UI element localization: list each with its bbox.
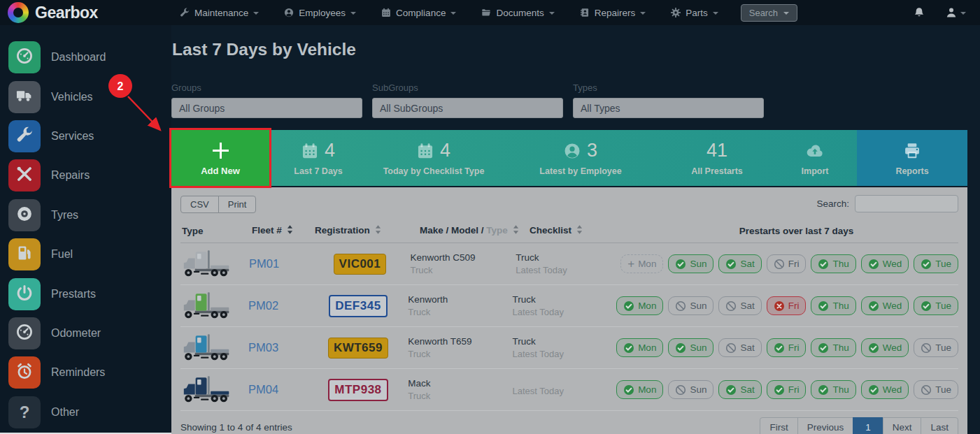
day-badge-thu[interactable]: Thu (811, 254, 855, 273)
sidebar-item-vehicles[interactable]: Vehicles (0, 77, 171, 116)
page-button-previous[interactable]: Previous (797, 417, 854, 434)
day-badge-wed[interactable]: Wed (861, 296, 909, 315)
gauge-icon (16, 48, 33, 67)
slash-circle-icon (725, 342, 737, 354)
page-button-last[interactable]: Last (921, 417, 958, 434)
day-badge-thu[interactable]: Thu (811, 380, 855, 399)
day-badge-mon[interactable]: Mon (616, 338, 663, 357)
day-badge-sat[interactable]: Sat (718, 338, 761, 357)
top-nav: Gearbox MaintenanceEmployeesComplianceDo… (0, 0, 980, 25)
day-badge-tue[interactable]: Tue (914, 380, 958, 399)
tab-add-new[interactable]: Add New (171, 130, 269, 186)
gearbox-logo-icon (8, 2, 29, 23)
page-button-1[interactable]: 1 (853, 417, 883, 434)
day-badge-sun[interactable]: Sun (668, 338, 713, 357)
day-badge-fri[interactable]: Fri (767, 380, 807, 399)
day-badge-thu[interactable]: Thu (811, 296, 855, 315)
nav-item-maintenance[interactable]: Maintenance (180, 8, 259, 18)
fleet-link[interactable]: PM01 (249, 257, 279, 270)
sidebar-item-services[interactable]: Services (0, 117, 171, 156)
nav-item-employees[interactable]: Employees (284, 8, 356, 18)
filter-subgroups: SubGroups All SubGroups (372, 82, 563, 118)
fleet-link[interactable]: PM04 (248, 383, 278, 396)
day-badge-tue[interactable]: Tue (914, 338, 958, 357)
truck-icon (182, 292, 242, 320)
day-badge-sat[interactable]: Sat (718, 296, 761, 315)
csv-button[interactable]: CSV (180, 196, 219, 213)
table-search-label: Search: (816, 198, 849, 209)
check-circle-icon (774, 342, 785, 354)
column-prestarts: Prestarts over last 7 days (634, 226, 958, 236)
day-badge-mon[interactable]: Mon (616, 296, 663, 315)
vehicle-type-cell (180, 250, 249, 278)
sidebar-item-repairs[interactable]: Repairs (0, 156, 171, 195)
nav-item-parts[interactable]: Parts (671, 8, 718, 18)
sidebar-item-fuel[interactable]: Fuel (0, 235, 171, 274)
day-badge-fri[interactable]: Fri (767, 338, 807, 357)
sidebar-item-other[interactable]: ? Other (0, 393, 171, 432)
page-button-first[interactable]: First (760, 417, 797, 434)
user-menu-icon[interactable] (946, 7, 966, 18)
day-badge-tue[interactable]: Tue (914, 296, 958, 315)
day-badge-sun[interactable]: Sun (668, 380, 713, 399)
truck-icon (182, 334, 242, 362)
nav-item-compliance[interactable]: Compliance (381, 8, 456, 18)
day-badge-sun[interactable]: Sun (668, 254, 713, 273)
nav-item-documents[interactable]: Documents (481, 8, 554, 18)
column-checklist[interactable]: Checklist (530, 225, 634, 236)
nav-search-button[interactable]: Search (741, 4, 797, 22)
tab-reports[interactable]: Reports (857, 130, 967, 186)
tab-latest-by-employee[interactable]: 3 Latest by Employee (500, 130, 661, 186)
vehicle-type-cell (180, 334, 248, 362)
table-search-input[interactable] (855, 195, 958, 212)
tab-all-prestarts[interactable]: 41 All Prestarts (661, 130, 773, 186)
sidebar-item-prestarts[interactable]: Prestarts (0, 274, 171, 313)
day-badge-wed[interactable]: Wed (861, 254, 909, 273)
filter-label: Groups (171, 82, 362, 93)
column-make-model[interactable]: Make / Model / Type (420, 225, 530, 236)
folder-icon (481, 8, 491, 17)
print-button[interactable]: Print (218, 196, 257, 213)
day-badge-thu[interactable]: Thu (811, 338, 855, 357)
sidebar-item-tyres[interactable]: Tyres (0, 196, 171, 235)
address-book-icon (580, 8, 590, 17)
day-badge-mon[interactable]: +Mon (620, 254, 663, 273)
fleet-link[interactable]: PM03 (248, 341, 278, 354)
tab-import[interactable]: Import (773, 130, 857, 186)
page-button-next[interactable]: Next (883, 417, 922, 434)
registration-plate: MTP938 (328, 379, 388, 401)
sidebar-item-dashboard[interactable]: Dashboard (0, 38, 171, 77)
check-circle-icon (868, 259, 879, 270)
day-badge-wed[interactable]: Wed (861, 338, 909, 357)
filter-types-select[interactable]: All Types (573, 98, 764, 118)
check-circle-icon (725, 384, 737, 396)
day-badge-fri[interactable]: Fri (767, 254, 807, 273)
sidebar-item-reminders[interactable]: Reminders (0, 353, 171, 392)
day-badge-sun[interactable]: Sun (668, 296, 713, 315)
fleet-link[interactable]: PM02 (248, 299, 278, 312)
day-badge-mon[interactable]: Mon (616, 380, 663, 399)
nav-item-repairers[interactable]: Repairers (580, 8, 646, 18)
fuel-pump-icon (16, 245, 33, 264)
truck-icon (16, 87, 33, 107)
check-circle-icon (675, 259, 686, 270)
brand-name[interactable]: Gearbox (35, 3, 98, 22)
page-title: Last 7 Days by Vehicle (172, 40, 980, 59)
day-badge-sat[interactable]: Sat (718, 380, 761, 399)
column-registration[interactable]: Registration (315, 225, 420, 236)
filter-subgroups-select[interactable]: All SubGroups (372, 98, 563, 118)
prestart-days: MonSunSatFriThuWedTue (612, 338, 958, 357)
sidebar-item-odometer[interactable]: Odometer (0, 314, 171, 353)
nav-search-label: Search (749, 8, 778, 18)
brand[interactable]: Gearbox (0, 2, 171, 23)
column-fleet[interactable]: Fleet # (252, 225, 315, 236)
tab-today-by-checklist-type[interactable]: 4 Today by Checklist Type (367, 130, 500, 186)
day-badge-fri[interactable]: Fri (767, 296, 807, 315)
filter-groups-select[interactable]: All Groups (171, 98, 362, 118)
day-badge-wed[interactable]: Wed (861, 380, 909, 399)
tyre-icon (16, 205, 33, 225)
day-badge-sat[interactable]: Sat (718, 254, 761, 273)
tab-last-7-days[interactable]: 4 Last 7 Days (269, 130, 367, 186)
day-badge-tue[interactable]: Tue (914, 254, 958, 273)
bell-icon[interactable] (914, 7, 925, 18)
